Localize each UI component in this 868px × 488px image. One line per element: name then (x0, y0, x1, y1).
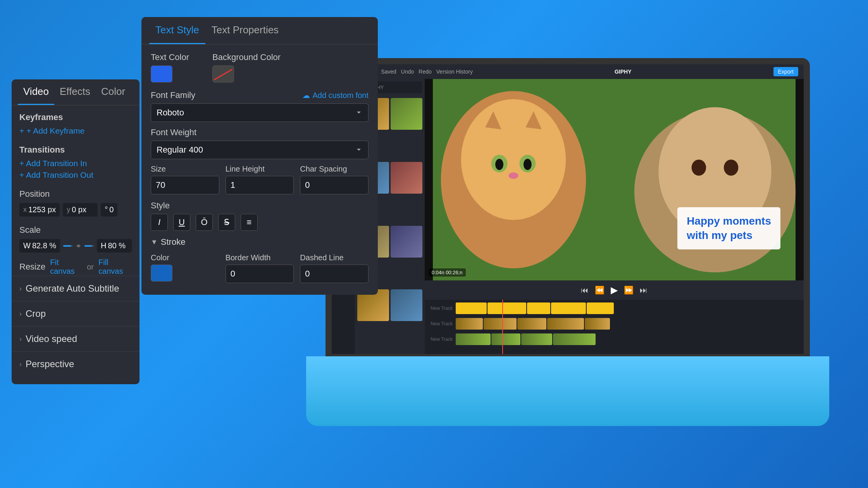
bg-color-swatch[interactable] (212, 65, 234, 82)
line-height-label: Line Height (226, 165, 294, 174)
tab-text-properties[interactable]: Text Properties (205, 17, 285, 44)
add-keyframe-btn[interactable]: + + Add Keyframe (19, 126, 132, 136)
svg-point-12 (692, 160, 706, 176)
next-frame-btn[interactable]: ⏩ (624, 285, 634, 295)
cloud-icon: ☁ (302, 91, 310, 100)
clip-12[interactable] (491, 333, 520, 345)
redo-btn[interactable]: Redo (418, 69, 431, 75)
position-deg-field[interactable]: ° 0 (101, 203, 117, 217)
size-input[interactable] (151, 176, 219, 194)
add-transition-out-btn[interactable]: + Add Transition Out (19, 170, 132, 180)
font-family-label: Font Family (151, 90, 195, 100)
tab-text-style[interactable]: Text Style (149, 17, 205, 44)
video-overlay-text: Happy momentswith my pets (687, 214, 771, 242)
prev-frame-btn[interactable]: ⏪ (595, 285, 604, 295)
accordion-videospeed[interactable]: › Video speed (12, 326, 140, 351)
clip-9[interactable] (547, 318, 584, 330)
char-spacing-input[interactable] (300, 176, 369, 194)
clip-5[interactable] (587, 302, 614, 314)
export-btn[interactable]: Export (773, 67, 798, 76)
add-custom-font-btn[interactable]: ☁ Add custom font (302, 91, 369, 100)
track-3-label: New Track (425, 337, 456, 342)
timeline-track-3: New Track (425, 332, 804, 346)
fill-canvas-btn[interactable]: Fill canvas (98, 258, 132, 276)
timeline: New Track New Track (425, 300, 804, 354)
clip-1[interactable] (456, 302, 487, 314)
position-x-field[interactable]: x 1253 px (19, 203, 60, 217)
border-width-input[interactable] (226, 265, 294, 283)
thumb-6[interactable] (391, 226, 422, 258)
text-color-group: Text Color (151, 52, 189, 82)
text-color-swatch[interactable] (151, 65, 172, 82)
clip-6[interactable] (456, 318, 483, 330)
screen-topbar: Back to Projects Saved Undo Redo Version… (332, 64, 804, 79)
font-family-dropdown[interactable]: Roboto (151, 103, 369, 122)
undo-btn[interactable]: Undo (401, 69, 414, 75)
chevron-down-icon: › (19, 285, 22, 293)
clip-13[interactable] (521, 333, 552, 345)
text-overlay-box: Happy momentswith my pets (677, 207, 780, 249)
accordion-perspective[interactable]: › Perspective (12, 351, 140, 376)
deg-icon: ° (105, 205, 108, 214)
clip-14[interactable] (553, 333, 596, 345)
add-keyframe-label: + Add Keyframe (26, 126, 84, 136)
position-y-field[interactable]: y 0 px (63, 203, 98, 217)
stroke-header[interactable]: ▼ Stroke (151, 237, 369, 247)
scale-slider-track-h (84, 245, 94, 247)
skip-back-btn[interactable]: ⏮ (581, 286, 589, 295)
tab-video[interactable]: Video (18, 79, 54, 105)
stroke-color-swatch[interactable] (151, 265, 172, 282)
screen-main: ☰ T ▶ ✦ ♪ Aa ⚙ 🔍 GIPHY (332, 79, 804, 354)
strikethrough-btn[interactable]: S̶ (218, 214, 235, 231)
size-row: Size Line Height Char Spacing (151, 165, 369, 194)
stroke-color-label: Color (151, 253, 219, 262)
time-display: 0:04n 00:26;n (429, 268, 466, 277)
accordion-crop[interactable]: › Crop (12, 301, 140, 326)
line-height-group: Line Height (226, 165, 294, 194)
stroke-fields-row: Color Border Width Dashed Line (151, 253, 369, 283)
font-family-value: Roboto (157, 108, 184, 118)
fit-canvas-btn[interactable]: Fit canvas (50, 258, 82, 276)
underline-btn[interactable]: U (173, 214, 190, 231)
font-weight-dropdown[interactable]: Regular 400 (151, 141, 369, 159)
version-history[interactable]: Version History (436, 69, 473, 75)
chevron-down-icon: › (19, 335, 22, 343)
bg-color-group: Background Color (212, 52, 281, 82)
skip-forward-btn[interactable]: ⏭ (640, 286, 648, 295)
clip-3[interactable] (527, 302, 550, 314)
align-btn[interactable]: ≡ (241, 214, 258, 231)
scale-w-field[interactable]: W 82.8 % (19, 239, 60, 253)
center-tabs: Text Style Text Properties (141, 17, 378, 45)
clip-10[interactable] (585, 318, 610, 330)
clip-11[interactable] (456, 333, 491, 345)
overline-btn[interactable]: Ō (196, 214, 213, 231)
add-transition-in-btn[interactable]: + Add Transition In (19, 159, 132, 168)
clip-2[interactable] (487, 302, 526, 314)
timeline-track-1: New Track (425, 301, 804, 315)
dashed-line-input[interactable] (300, 265, 369, 283)
stroke-color-group: Color (151, 253, 219, 283)
thumb-8[interactable] (391, 289, 422, 321)
tab-color[interactable]: Color (96, 79, 131, 105)
scale-h-field[interactable]: H 80 % (97, 239, 132, 253)
text-color-label: Text Color (151, 52, 189, 62)
tab-effects[interactable]: Effects (54, 79, 96, 105)
scale-slider[interactable] (63, 245, 72, 247)
dashed-line-group: Dashed Line (300, 253, 369, 283)
thumb-4[interactable] (391, 162, 422, 194)
play-btn[interactable]: ▶ (611, 285, 618, 296)
accordion-subtitle[interactable]: › Generate Auto Subtitle (12, 276, 140, 301)
track-1-label: New Track (425, 306, 456, 311)
italic-btn[interactable]: I (151, 214, 168, 231)
char-spacing-group: Char Spacing (300, 165, 369, 194)
clip-4[interactable] (551, 302, 586, 314)
svg-point-2 (461, 99, 566, 220)
thumb-2[interactable] (391, 98, 422, 130)
scale-slider-fill (63, 245, 71, 247)
svg-point-5 (495, 159, 503, 170)
line-height-input[interactable] (226, 176, 294, 194)
clip-7[interactable] (484, 318, 517, 330)
clip-8[interactable] (517, 318, 546, 330)
style-buttons-row: I U Ō S̶ ≡ (151, 214, 369, 231)
position-x-value: 1253 px (28, 205, 56, 214)
